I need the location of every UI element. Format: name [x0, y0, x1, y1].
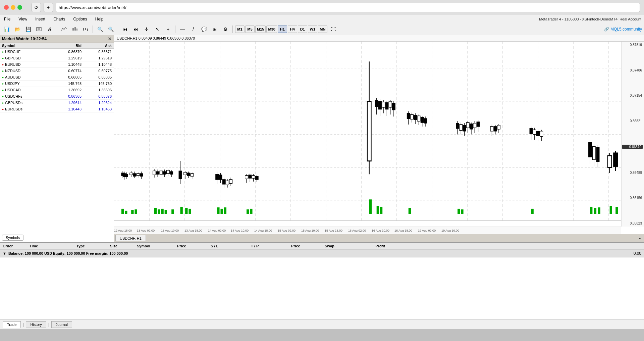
open-button[interactable]: 📂 [13, 25, 22, 34]
tab-journal[interactable]: Journal [51, 321, 72, 328]
up-arrow-icon: ♦ [2, 88, 4, 92]
mql5-label: MQL5.community [610, 27, 642, 32]
list-item[interactable]: ♦NZDUSD 0.60774 0.60775 [0, 68, 114, 74]
fullscreen-button[interactable]: ⛶ [329, 25, 338, 34]
svg-rect-153 [121, 209, 124, 214]
svg-rect-148 [596, 147, 599, 161]
market-watch-close[interactable]: ✕ [108, 36, 112, 42]
new-tab-button[interactable]: + [44, 3, 53, 12]
address-bar[interactable]: https://www.xs.com/webtrader/mt4/ [56, 3, 640, 12]
period-sep-button[interactable] [70, 25, 79, 34]
comment-button[interactable]: 💬 [199, 25, 209, 34]
svg-rect-170 [369, 199, 372, 214]
list-item[interactable]: ♦GBPUSDs 1.29614 1.29624 [0, 100, 114, 106]
list-item[interactable]: ♦USDCHF 0.86370 0.86371 [0, 49, 114, 55]
chart-expand-button[interactable]: » [637, 236, 643, 241]
svg-rect-44 [130, 173, 133, 175]
history-center-button[interactable] [34, 25, 44, 34]
tf-m1[interactable]: M1 [235, 26, 245, 33]
svg-rect-172 [380, 207, 382, 214]
col-size: Size [110, 244, 137, 248]
svg-rect-74 [219, 175, 222, 180]
tf-m5[interactable]: M5 [245, 26, 255, 33]
svg-rect-181 [615, 207, 618, 214]
time-label: 13 Aug 10:00 [161, 229, 179, 232]
tf-d1[interactable]: D1 [298, 26, 307, 33]
new-chart-button[interactable]: 📊 [2, 25, 11, 34]
svg-rect-84 [249, 175, 252, 178]
cursor-button[interactable]: ↖ [153, 25, 162, 34]
menu-bar: File View Insert Charts Options Help Met… [0, 15, 644, 23]
plus-button[interactable]: + [163, 25, 173, 34]
svg-rect-56 [160, 171, 163, 174]
time-label: 14 Aug 18:00 [254, 229, 272, 232]
svg-rect-157 [154, 208, 157, 214]
close-button[interactable] [4, 5, 9, 10]
list-item[interactable]: ♦EURUSD 1.10448 1.10448 [0, 61, 114, 68]
scroll-start-button[interactable]: ⏮ [120, 25, 130, 34]
svg-rect-60 [167, 170, 170, 174]
menu-view[interactable]: View [17, 16, 29, 22]
menu-help[interactable]: Help [94, 16, 105, 22]
bottom-tabs: Trade | History | Journal [0, 319, 644, 329]
list-item[interactable]: ♦GBPUSD 1.29619 1.29619 [0, 55, 114, 61]
svg-rect-174 [458, 209, 460, 214]
profit-value: 0.00 [634, 251, 641, 256]
minimize-button[interactable] [11, 5, 15, 10]
tf-h1[interactable]: H1 [278, 26, 287, 33]
mql5-link[interactable]: 🔗 MQL5.community [604, 27, 642, 32]
price-label-p3: 0.86821 [622, 119, 643, 123]
svg-rect-138 [533, 130, 536, 135]
menu-options[interactable]: Options [72, 16, 89, 22]
market-watch-header: Market Watch: 10:22:54 ✕ [0, 35, 114, 43]
col-symbol: Symbol [137, 244, 177, 248]
market-watch-tabs: Symbols [0, 233, 114, 242]
trend-button[interactable]: / [189, 25, 198, 34]
sep2 [93, 26, 93, 33]
price-label-p4: 0.86489 [622, 171, 643, 175]
line-button[interactable]: — [178, 25, 187, 34]
list-item[interactable]: ♦EURUSDs 1.10443 1.10453 [0, 106, 114, 112]
maximize-button[interactable] [17, 5, 22, 10]
svg-rect-156 [135, 209, 137, 214]
market-watch-panel: Market Watch: 10:22:54 ✕ Symbol Bid Ask … [0, 35, 114, 242]
autoscroll-button[interactable]: ⏭ [131, 25, 141, 34]
indicators-button[interactable] [59, 25, 69, 34]
tab-history[interactable]: History [26, 321, 46, 328]
time-label: 15 Aug 10:00 [301, 229, 319, 232]
tf-m15[interactable]: M15 [255, 26, 266, 33]
tf-h4[interactable]: H4 [288, 26, 297, 33]
svg-rect-108 [414, 115, 417, 120]
svg-rect-142 [540, 131, 543, 137]
reload-button[interactable]: ↺ [32, 3, 41, 12]
grid-button[interactable]: ⊞ [210, 25, 219, 34]
zoom-out-button[interactable]: 🔍 [106, 25, 115, 34]
menu-charts[interactable]: Charts [52, 16, 66, 22]
list-item[interactable]: ♦USDJPY 145.748 145.750 [0, 81, 114, 87]
list-item[interactable]: ♦USDCAD 1.36692 1.36696 [0, 87, 114, 93]
expert-button[interactable]: ⚙ [221, 25, 230, 34]
menu-file[interactable]: File [3, 16, 12, 22]
tf-m30[interactable]: M30 [266, 26, 277, 33]
collapse-icon[interactable]: ▼ [3, 251, 6, 255]
save-button[interactable]: 💾 [23, 25, 33, 34]
chart-type-button[interactable] [81, 25, 90, 34]
tf-mn[interactable]: MN [318, 26, 327, 33]
list-item[interactable]: ♦AUDUSD 0.66885 0.66885 [0, 74, 114, 81]
chart-tab-usdchf[interactable]: USDCHF, H1 [115, 235, 146, 241]
svg-rect-17 [114, 42, 644, 234]
svg-rect-180 [610, 206, 612, 214]
time-label: 15 Aug 02:00 [278, 229, 296, 232]
list-item[interactable]: ♦USDCHFs 0.86365 0.86376 [0, 93, 114, 100]
symbols-tab[interactable]: Symbols [2, 235, 23, 241]
zoom-in-button[interactable]: 🔍 [95, 25, 105, 34]
menu-insert[interactable]: Insert [34, 16, 47, 22]
svg-rect-171 [377, 206, 379, 214]
crosshair-button[interactable]: ✛ [142, 25, 151, 34]
chart-canvas[interactable]: 0.87819 0.87486 0.87154 0.86821 0.86370 … [114, 42, 644, 234]
tab-separator2: | [48, 322, 49, 327]
print-button[interactable]: 🖨 [45, 25, 54, 34]
tab-trade[interactable]: Trade [3, 321, 21, 328]
svg-rect-144 [589, 142, 592, 157]
tf-w1[interactable]: W1 [308, 26, 317, 33]
